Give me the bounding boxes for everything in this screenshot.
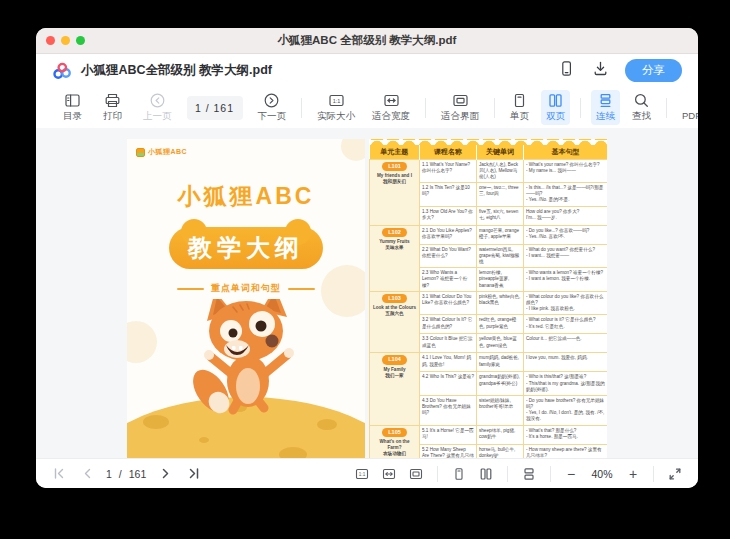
table-course-cell: 4.3 Do You Have Brothers? 你有兄弟姐妹吗? — [420, 395, 477, 425]
minimize-window-button[interactable] — [61, 36, 70, 45]
current-page-number: 1 — [106, 468, 112, 480]
table-patterns-cell: - What colour do you like? 你喜欢什么颜色? - I … — [524, 291, 608, 315]
double-page-icon — [547, 92, 564, 109]
main-toolbar: 目录 打印 上一页 — [36, 87, 698, 128]
table-row: L102Yummy Fruits美味水果2.1 Do You Like Appl… — [370, 225, 608, 244]
download-button[interactable] — [587, 60, 613, 82]
phone-icon — [558, 60, 575, 81]
table-course-cell: 1.2 Is This Ten? 这是10吗? — [420, 183, 477, 207]
share-button[interactable]: 分享 — [625, 59, 682, 82]
zoom-out-button[interactable]: − — [563, 467, 579, 481]
bottombar-divider — [550, 466, 551, 482]
pdf-content-area[interactable]: 小狐狸ABC 小狐狸ABC 教学大纲 重点单词和句型 — [36, 128, 698, 458]
single-page-button[interactable]: 单页 — [505, 90, 534, 125]
cover-banner: 教学大纲 — [169, 227, 323, 269]
unit-topic-cell: L105What's on the Farm?农场动物们 — [370, 425, 420, 458]
zoom-in-button[interactable]: + — [625, 467, 641, 481]
print-icon — [104, 92, 121, 109]
cover-decoration-circle — [341, 139, 365, 161]
zoom-window-button[interactable] — [76, 36, 85, 45]
table-patterns-cell: Colour it... 把它涂成——色. — [524, 334, 608, 353]
bottom-actual-size-button[interactable]: 1:1 — [353, 465, 371, 483]
table-patterns-cell: - Who is this/that? 这/那是谁? - This/that i… — [524, 372, 608, 396]
syllabus-table-body: L101My friends and I我和朋友们1.1 What's Your… — [370, 159, 608, 458]
print-label: 打印 — [103, 110, 122, 123]
table-patterns-cell: How old are you? 你多大? I'm... 我——岁. — [524, 206, 608, 225]
desktop-background: 小狐狸ABC 全部级别 教学大纲.pdf 小狐狸ABC全部级别 教学大纲.pdf — [0, 0, 730, 539]
unit-name-cn: 我和朋友们 — [372, 179, 417, 185]
cover-brand-label: 小狐狸ABC — [148, 147, 187, 157]
syllabus-table: 单元主题 课程名称 关键单词 基本句型 L101My friends and I… — [369, 145, 607, 458]
table-course-cell: 3.2 What Colour Is It? 它是什么颜色的? — [420, 315, 477, 334]
mobile-view-button[interactable] — [553, 60, 579, 82]
next-page-button[interactable]: 下一页 — [253, 90, 292, 125]
table-words-cell: one一, two二, three三, four四 — [477, 183, 524, 207]
first-page-button[interactable] — [50, 465, 68, 483]
toc-label: 目录 — [63, 110, 82, 123]
table-words-cell: Jack杰(人名), Beck贝(人名), Mellow马俊(人名) — [477, 159, 524, 183]
table-row: L104My Family我们一家4.1 I Love You, Mom! 妈妈… — [370, 353, 608, 372]
toc-button[interactable]: 目录 — [58, 90, 87, 125]
next-page-nav-button[interactable] — [156, 465, 174, 483]
svg-text:1:1: 1:1 — [332, 98, 340, 104]
pdf-viewer-window: 小狐狸ABC 全部级别 教学大纲.pdf 小狐狸ABC全部级别 教学大纲.pdf — [36, 28, 698, 488]
document-header: 小狐狸ABC全部级别 教学大纲.pdf — [36, 54, 698, 87]
cover-banner-text: 教学大纲 — [169, 227, 323, 269]
bottom-single-page-button[interactable] — [450, 465, 468, 483]
subtitle-dash — [288, 288, 315, 290]
find-button[interactable]: 查找 — [627, 90, 656, 125]
unit-name-cn: 五颜六色 — [372, 311, 417, 317]
unit-name-cn: 我们一家 — [372, 373, 417, 379]
print-button[interactable]: 打印 — [98, 90, 127, 125]
bottombar-divider — [437, 466, 438, 482]
double-page-label: 双页 — [546, 110, 565, 123]
page-number-input[interactable]: 1 / 161 — [187, 96, 243, 120]
table-header-words: 关键单词 — [477, 145, 524, 159]
prev-page-nav-button[interactable] — [78, 465, 96, 483]
bottom-status-bar: 1 / 161 — [36, 458, 698, 488]
cover-illustration — [127, 299, 365, 458]
prev-page-button[interactable]: 上一页 — [138, 90, 177, 125]
fullscreen-button[interactable] — [666, 465, 684, 483]
table-words-cell: sister姐姐/妹妹, brother哥哥/弟弟 — [477, 395, 524, 425]
cover-brand-logo: 小狐狸ABC — [136, 147, 187, 157]
actual-size-button[interactable]: 1:1 实际大小 — [312, 90, 360, 125]
toolbar-divider — [580, 98, 581, 118]
bottom-double-page-button[interactable] — [477, 465, 495, 483]
pdf-to-word-button[interactable]: PDF转Word — [677, 90, 698, 125]
table-course-cell: 5.2 How Many Sheep Are There? 这里有几只绵羊? — [420, 444, 477, 458]
document-filename: 小狐狸ABC全部级别 教学大纲.pdf — [81, 62, 272, 79]
table-patterns-cell: I love you, mum. 我爱你, 妈妈. — [524, 353, 608, 372]
last-page-button[interactable] — [184, 465, 202, 483]
table-words-cell: watermelon西瓜, grape葡萄, kiwi猕猴桃 — [477, 244, 524, 268]
table-patterns-cell: - Is this... /Is that...? 这是——吗?/那是——吗? … — [524, 183, 608, 207]
bottom-fit-page-button[interactable] — [407, 465, 425, 483]
unit-name-cn: 农场动物们 — [372, 451, 417, 457]
table-row: L105What's on the Farm?农场动物们5.1 It's a H… — [370, 425, 608, 444]
table-course-cell: 1.1 What's Your Name? 你叫什么名字? — [420, 159, 477, 183]
download-icon — [592, 60, 609, 81]
table-row: L103Look at the Colours五颜六色3.1 What Colo… — [370, 291, 608, 315]
unit-level-badge: L105 — [382, 428, 407, 437]
unit-level-badge: L104 — [382, 355, 407, 364]
unit-level-badge: L103 — [382, 294, 407, 303]
cover-title: 小狐狸ABC — [127, 181, 365, 212]
single-page-icon — [511, 92, 528, 109]
bottom-fit-width-button[interactable] — [380, 465, 398, 483]
toolbar-divider — [494, 98, 495, 118]
page-separator: / — [119, 468, 122, 480]
double-page-button[interactable]: 双页 — [541, 90, 570, 125]
fit-width-icon — [383, 92, 400, 109]
toolbar-divider — [425, 98, 426, 118]
unit-topic-cell: L101My friends and I我和朋友们 — [370, 159, 420, 225]
pdf-page-table: 单元主题 课程名称 关键单词 基本句型 L101My friends and I… — [369, 139, 607, 458]
fit-page-button[interactable]: 适合界面 — [436, 90, 484, 125]
continuous-mode-button[interactable]: 连续 — [591, 90, 620, 125]
bottom-continuous-button[interactable] — [520, 465, 538, 483]
single-page-label: 单页 — [510, 110, 529, 123]
table-words-cell: mango芒果, orange橙子, apple苹果 — [477, 225, 524, 244]
fit-width-button[interactable]: 适合宽度 — [367, 90, 415, 125]
next-page-label: 下一页 — [258, 110, 287, 123]
continuous-mode-icon — [597, 92, 614, 109]
close-window-button[interactable] — [46, 36, 55, 45]
